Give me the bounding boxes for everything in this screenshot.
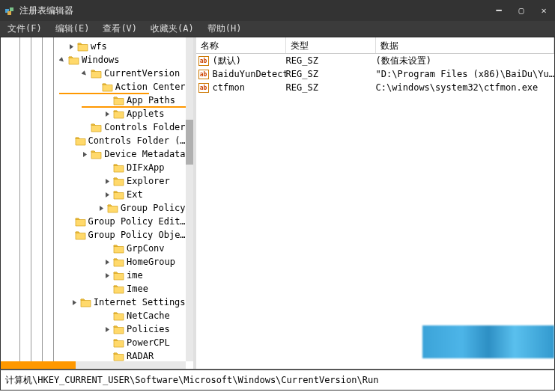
column-header-type[interactable]: 类型 xyxy=(286,37,376,53)
folder-icon xyxy=(113,244,124,254)
tree-pane: wfsWindowsCurrentVersionAction CenterApp… xyxy=(1,37,196,369)
string-value-icon: ab xyxy=(198,55,210,66)
folder-icon xyxy=(113,311,124,321)
menubar: 文件(F) 编辑(E) 查看(V) 收藏夹(A) 帮助(H) xyxy=(0,21,555,37)
tree-item-label: DIFxApp xyxy=(127,162,165,173)
tree-item[interactable]: Device Metadata xyxy=(1,147,186,161)
registry-tree[interactable]: wfsWindowsCurrentVersionAction CenterApp… xyxy=(1,37,186,361)
values-pane: 名称 类型 数据 ab(默认)REG_SZ(数值未设置)abBaiduYunDe… xyxy=(196,37,554,369)
expander-open-icon[interactable] xyxy=(59,57,66,64)
maximize-button[interactable]: ▢ xyxy=(510,0,533,21)
folder-icon xyxy=(68,55,79,65)
tree-item[interactable]: Imee xyxy=(1,282,186,295)
expander-closed-icon[interactable] xyxy=(104,272,111,279)
menu-favorites[interactable]: 收藏夹(A) xyxy=(151,22,194,35)
titlebar-title: 注册表编辑器 xyxy=(19,4,488,17)
tree-item[interactable]: Ext xyxy=(1,188,186,201)
tree-item[interactable]: Group Policy Edit… xyxy=(1,215,186,228)
minimize-button[interactable]: ━ xyxy=(488,0,510,21)
tree-item[interactable]: GrpConv xyxy=(1,242,186,255)
column-header-name[interactable]: 名称 xyxy=(196,37,286,53)
expander-none xyxy=(104,97,111,104)
tree-item-label: wfs xyxy=(91,41,107,52)
censored-region xyxy=(422,325,554,358)
expander-closed-icon[interactable] xyxy=(104,178,111,185)
value-row[interactable]: ab(默认)REG_SZ(数值未设置) xyxy=(196,54,554,67)
value-type: REG_SZ xyxy=(286,69,376,79)
tree-item[interactable]: PowerCPL xyxy=(1,336,186,349)
svg-rect-1 xyxy=(10,7,13,11)
expander-open-icon[interactable] xyxy=(82,70,88,77)
expander-closed-icon[interactable] xyxy=(71,299,78,306)
tree-item-label: GrpConv xyxy=(127,243,165,254)
menu-edit[interactable]: 编辑(E) xyxy=(55,22,90,35)
tree-item-label: RADAR xyxy=(127,351,154,361)
column-header-data[interactable]: 数据 xyxy=(376,37,554,53)
tree-item[interactable]: ime xyxy=(1,269,186,282)
tree-item[interactable]: Group Policy Obje… xyxy=(1,228,186,242)
tree-item[interactable]: CurrentVersion xyxy=(1,67,186,80)
expander-none xyxy=(68,218,73,225)
folder-icon xyxy=(113,177,124,186)
tree-item[interactable]: NetCache xyxy=(1,309,186,322)
tree-item-label: PowerCPL xyxy=(127,337,170,348)
close-button[interactable]: ✕ xyxy=(533,0,555,21)
folder-icon xyxy=(113,96,124,105)
tree-item[interactable]: Windows xyxy=(1,53,186,67)
tree-item[interactable]: wfs xyxy=(1,40,186,53)
tree-item[interactable]: App Paths xyxy=(1,94,186,107)
tree-scrollbar-vertical[interactable] xyxy=(186,37,193,361)
tree-item-label: ime xyxy=(127,270,143,281)
tree-item[interactable]: DIFxApp xyxy=(1,161,186,174)
value-type: REG_SZ xyxy=(286,82,376,93)
window-controls: ━ ▢ ✕ xyxy=(488,0,555,21)
value-row[interactable]: abBaiduYunDetectREG_SZ"D:\Program Files … xyxy=(196,67,554,81)
values-header: 名称 类型 数据 xyxy=(196,37,554,54)
menu-view[interactable]: 查看(V) xyxy=(103,22,137,35)
statusbar-path: 计算机\HKEY_CURRENT_USER\Software\Microsoft… xyxy=(5,374,378,387)
tree-item-label: Windows xyxy=(82,55,120,65)
titlebar: 注册表编辑器 ━ ▢ ✕ xyxy=(0,0,555,21)
value-row[interactable]: abctfmonREG_SZC:\windows\system32\ctfmon… xyxy=(196,81,554,94)
expander-none xyxy=(104,245,111,252)
tree-item[interactable]: HomeGroup xyxy=(1,255,186,269)
folder-icon xyxy=(91,69,102,79)
folder-icon xyxy=(113,352,124,361)
tree-item-label: Applets xyxy=(127,108,165,119)
expander-closed-icon[interactable] xyxy=(104,192,111,198)
tree-item[interactable]: Action Center xyxy=(1,80,186,94)
content-area: wfsWindowsCurrentVersionAction CenterApp… xyxy=(0,37,555,370)
expander-closed-icon[interactable] xyxy=(104,259,111,266)
folder-icon xyxy=(75,217,86,227)
tree-item[interactable]: Applets xyxy=(1,107,186,120)
expander-none xyxy=(104,313,111,319)
tree-item[interactable]: Explorer xyxy=(1,174,186,188)
folder-icon xyxy=(102,82,113,92)
tree-scrollbar-h-thumb[interactable] xyxy=(1,361,76,369)
expander-closed-icon[interactable] xyxy=(104,326,111,333)
tree-item[interactable]: RADAR xyxy=(1,349,186,361)
folder-icon xyxy=(113,190,124,200)
folder-icon xyxy=(75,136,86,146)
expander-closed-icon[interactable] xyxy=(98,205,105,212)
tree-item-label: Controls Folder xyxy=(104,122,185,132)
folder-icon xyxy=(113,325,124,334)
tree-scrollbar-thumb[interactable] xyxy=(186,120,193,165)
value-name: ctfmon xyxy=(213,82,286,93)
values-list[interactable]: ab(默认)REG_SZ(数值未设置)abBaiduYunDetectREG_S… xyxy=(196,54,554,94)
folder-icon xyxy=(113,338,124,348)
tree-item-label: Device Metadata xyxy=(104,149,185,159)
tree-item[interactable]: Policies xyxy=(1,322,186,336)
expander-closed-icon[interactable] xyxy=(82,151,88,158)
app-icon xyxy=(4,5,15,16)
expander-closed-icon[interactable] xyxy=(68,43,75,50)
tree-item-label: Group Policy Obje… xyxy=(88,230,186,240)
expander-closed-icon[interactable] xyxy=(104,111,111,117)
tree-item[interactable]: Group Policy xyxy=(1,201,186,215)
menu-file[interactable]: 文件(F) xyxy=(7,22,42,35)
tree-item[interactable]: Internet Settings xyxy=(1,295,186,309)
tree-item[interactable]: Controls Folder (… xyxy=(1,134,186,147)
tree-scrollbar-horizontal[interactable] xyxy=(1,361,186,369)
tree-item[interactable]: Controls Folder xyxy=(1,120,186,134)
menu-help[interactable]: 帮助(H) xyxy=(207,22,242,35)
